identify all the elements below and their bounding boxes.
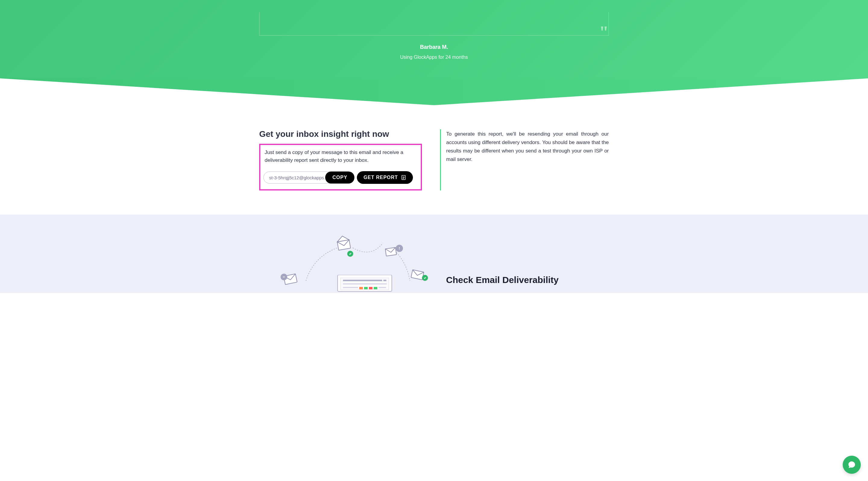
quote-icon: " bbox=[599, 24, 609, 41]
deliverability-text-column: Check Email Deliverability bbox=[446, 230, 609, 285]
insight-description: Just send a copy of your message to this… bbox=[264, 149, 418, 164]
svg-rect-9 bbox=[385, 248, 396, 256]
svg-rect-15 bbox=[343, 280, 382, 281]
email-input-wrapper: COPY bbox=[264, 171, 354, 184]
insight-info-text: To generate this report, we'll be resend… bbox=[446, 130, 609, 164]
envelope-open-icon bbox=[335, 234, 352, 252]
svg-marker-0 bbox=[0, 78, 868, 105]
check-badge-icon bbox=[347, 251, 353, 257]
exclamation-badge-icon bbox=[396, 245, 403, 252]
minus-badge-icon bbox=[281, 274, 287, 280]
svg-rect-16 bbox=[383, 280, 386, 281]
check-badge-icon bbox=[422, 275, 428, 281]
get-report-label: GET REPORT bbox=[364, 175, 398, 180]
svg-rect-21 bbox=[369, 287, 373, 289]
illustration-area bbox=[259, 230, 422, 293]
svg-rect-20 bbox=[364, 287, 368, 289]
svg-point-11 bbox=[399, 249, 400, 250]
insight-left-column: Get your inbox insight right now Just se… bbox=[259, 129, 422, 190]
insight-heading: Get your inbox insight right now bbox=[259, 129, 422, 139]
copy-button[interactable]: COPY bbox=[325, 171, 354, 184]
section-divider bbox=[0, 78, 868, 105]
deliverability-inner: Check Email Deliverability bbox=[259, 230, 609, 293]
email-row: COPY GET REPORT bbox=[264, 171, 418, 184]
insight-section: Get your inbox insight right now Just se… bbox=[259, 105, 609, 215]
insight-right-column: To generate this report, we'll be resend… bbox=[440, 129, 609, 190]
laptop-icon bbox=[335, 275, 395, 293]
testimonial-duration: Using GlockApps for 24 months bbox=[0, 55, 868, 60]
svg-rect-19 bbox=[359, 287, 363, 289]
svg-rect-22 bbox=[374, 287, 377, 289]
highlight-box: Just send a copy of your message to this… bbox=[259, 144, 422, 190]
testimonial-box: " bbox=[259, 12, 609, 36]
testimonial-author: Barbara M. bbox=[0, 44, 868, 50]
hero-testimonial-section: " Barbara M. Using GlockApps for 24 mont… bbox=[0, 0, 868, 78]
svg-rect-1 bbox=[402, 175, 405, 180]
svg-rect-18 bbox=[343, 287, 358, 288]
svg-rect-8 bbox=[337, 240, 350, 251]
get-report-button[interactable]: GET REPORT bbox=[357, 171, 413, 184]
document-icon bbox=[401, 175, 406, 180]
svg-rect-23 bbox=[378, 287, 386, 288]
deliverability-section: Check Email Deliverability bbox=[0, 215, 868, 293]
svg-rect-17 bbox=[343, 283, 387, 285]
deliverability-heading: Check Email Deliverability bbox=[446, 275, 609, 285]
